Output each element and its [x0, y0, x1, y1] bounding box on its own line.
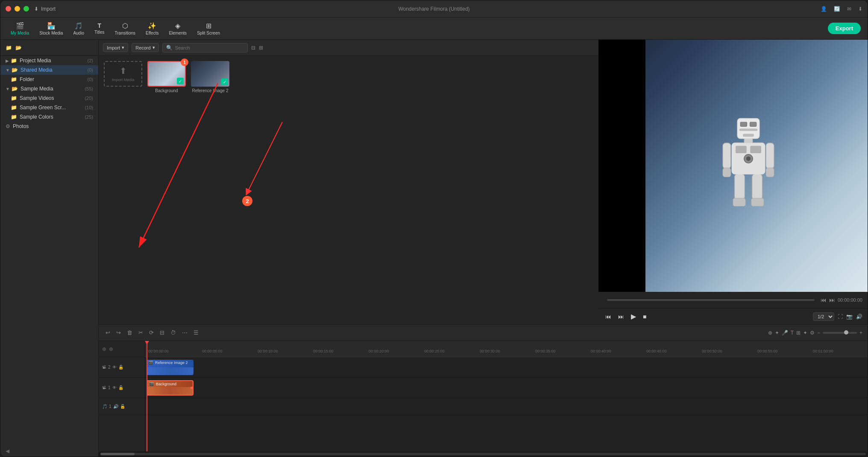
background-clip[interactable]: 🎬 Background	[147, 380, 194, 396]
crop-button[interactable]: ⟳	[147, 329, 155, 337]
step-back-button[interactable]: ⏮	[604, 312, 613, 321]
timeline-scrollbar[interactable]	[99, 451, 868, 457]
frame-step-icon[interactable]: ⏭	[829, 297, 835, 303]
check-mark: ✓	[177, 78, 184, 84]
sidebar-item-folder[interactable]: 📁 Folder (0)	[0, 75, 98, 84]
message-icon[interactable]: ✉	[847, 6, 851, 12]
new-folder-icon[interactable]: 📂	[15, 45, 22, 51]
redo-button[interactable]: ↪	[114, 329, 123, 337]
scrollbar-thumb[interactable]	[100, 453, 135, 455]
preview-controls: ⏮ ⏭ 00:00:00:00	[598, 292, 868, 308]
download-icon[interactable]: ⬇	[858, 6, 862, 12]
toolbar: 🎬 My Media 🏪 Stock Media 🎵 Audio T Title…	[0, 17, 868, 40]
toolbar-stock-media[interactable]: 🏪 Stock Media	[36, 20, 66, 37]
frame-back-button[interactable]: ⏭	[616, 312, 626, 321]
toolbar-audio[interactable]: 🎵 Audio	[70, 20, 88, 37]
audio-icon: 🎵	[74, 22, 83, 30]
track2-lock-icon[interactable]: 🔓	[118, 365, 123, 370]
track1-eye-icon[interactable]: 👁	[112, 385, 117, 390]
sidebar-item-sample-media[interactable]: ▼ 📂 Sample Media (55)	[0, 84, 98, 93]
background-item[interactable]: 1 ✓ Background	[147, 61, 186, 93]
toolbar-effects[interactable]: ✨ Effects	[142, 20, 162, 37]
svg-rect-4	[740, 122, 747, 126]
mirror-button[interactable]: ⊟	[158, 329, 166, 337]
add-audio-track-icon[interactable]: ⊕	[109, 346, 113, 352]
quality-select[interactable]: 1/2	[813, 312, 834, 321]
toolbar-transitions[interactable]: ⬡ Transitions	[111, 20, 139, 37]
zoom-slider[interactable]	[823, 332, 857, 334]
reference-image-item[interactable]: ✓ Reference Image 2	[191, 61, 229, 93]
record-dropdown-icon: ▾	[152, 45, 155, 50]
fullscreen-icon[interactable]: ⛶	[838, 314, 843, 320]
export-button[interactable]: Export	[828, 23, 861, 34]
undo-button[interactable]: ↩	[104, 329, 112, 337]
toolbar-my-media[interactable]: 🎬 My Media	[7, 20, 32, 37]
track2-area[interactable]: 🎬 Reference Image 2	[145, 357, 868, 378]
reference-clip[interactable]: 🎬 Reference Image 2	[147, 360, 194, 375]
stop-button[interactable]: ■	[641, 312, 648, 321]
search-input[interactable]	[175, 45, 244, 50]
clip-speed-button[interactable]: ⏱	[169, 329, 178, 337]
mic-icon[interactable]: 🎤	[782, 330, 788, 336]
record-button[interactable]: Record ▾	[132, 43, 158, 52]
svg-rect-17	[766, 168, 774, 177]
sidebar-item-sample-videos[interactable]: 📁 Sample Videos (20)	[0, 93, 98, 103]
chevron-expand2-icon: ▼	[6, 87, 10, 91]
import-media-item[interactable]: ⬆ Import Media	[104, 61, 142, 93]
audio-lock-icon[interactable]: 🔓	[120, 404, 125, 409]
user-icon[interactable]: 👤	[821, 6, 827, 12]
track1-area[interactable]: 🎬 Background	[145, 378, 868, 398]
more-button[interactable]: ⋯	[180, 329, 189, 337]
volume-icon[interactable]: 🔊	[856, 314, 862, 320]
add-folder-icon[interactable]: 📁	[6, 45, 12, 51]
sidebar-item-shared-media[interactable]: ▼ 📂 Shared Media (0)	[0, 65, 98, 75]
delete-button[interactable]: 🗑	[125, 329, 134, 337]
svg-rect-5	[750, 122, 756, 126]
sidebar-item-sample-green[interactable]: 📁 Sample Green Scr... (10)	[0, 103, 98, 112]
audio-label: 🎵 1 🔊 🔓	[99, 398, 144, 415]
zoom-out-icon[interactable]: −	[817, 330, 820, 336]
toolbar-titles[interactable]: T Titles	[91, 20, 108, 36]
preview-panel: ⏮ ⏭ 00:00:00:00 ⏮ ⏭ ▶ ■ 1/2	[598, 40, 868, 324]
audio-area[interactable]	[145, 398, 868, 415]
track2-eye-icon[interactable]: 👁	[112, 365, 117, 370]
title-icon[interactable]: T	[791, 330, 794, 336]
track1-lock-icon[interactable]: 🔓	[118, 385, 123, 390]
timeline-toolbar: ↩ ↪ 🗑 ✂ ⟳ ⊟ ⏱ ⋯ ☰ ⊕ ✦ 🎤 T ⊞ ✦	[99, 325, 868, 341]
svg-rect-11	[750, 146, 761, 153]
refresh-icon[interactable]: 🔄	[834, 6, 840, 12]
motion-track-icon[interactable]: ⊕	[768, 330, 772, 336]
toolbar-split-screen[interactable]: ⊞ Split Screen	[194, 20, 223, 37]
collapse-icon[interactable]: ◀	[6, 448, 9, 454]
timeline-scrubber[interactable]	[607, 299, 815, 301]
minimize-button[interactable]	[15, 6, 20, 12]
audio-volume-icon[interactable]: 🔊	[113, 404, 118, 409]
sidebar-item-project-media[interactable]: ▶ 📁 Project Media (2)	[0, 56, 98, 65]
window-title: Wondershare Filmora (Untitled)	[398, 6, 469, 12]
timeline-content: ⊕ ⊕ 📽 2 👁 🔓 📽 1	[99, 341, 868, 451]
sidebar-item-photos[interactable]: ⚙ Photos	[0, 122, 98, 131]
ai-icon[interactable]: ✦	[775, 330, 779, 336]
background-thumb: ✓	[147, 61, 186, 87]
cut-button[interactable]: ✂	[137, 329, 145, 337]
play-button[interactable]: ▶	[629, 311, 638, 321]
sidebar-item-sample-colors[interactable]: 📁 Sample Colors (25)	[0, 112, 98, 122]
timeline: ↩ ↪ 🗑 ✂ ⟳ ⊟ ⏱ ⋯ ☰ ⊕ ✦ 🎤 T ⊞ ✦	[99, 324, 868, 457]
toolbar-elements[interactable]: ◈ Elements	[165, 20, 190, 37]
camera-icon[interactable]: 📷	[846, 314, 853, 320]
add-video-track-icon[interactable]: ⊕	[102, 346, 106, 352]
title-bar: ⬇ Import Wondershare Filmora (Untitled) …	[0, 0, 868, 17]
search-box: 🔍	[162, 43, 248, 52]
zoom-in-icon[interactable]: +	[859, 330, 862, 336]
titles-icon: T	[97, 22, 101, 29]
import-button[interactable]: Import ▾	[103, 43, 128, 52]
filter-icon[interactable]: ⊟	[251, 45, 255, 51]
step-back-icon[interactable]: ⏮	[821, 297, 827, 303]
grid-icon[interactable]: ⊞	[259, 45, 263, 51]
transition2-icon[interactable]: ⊞	[796, 330, 801, 336]
effect2-icon[interactable]: ✦	[803, 330, 807, 336]
align-button[interactable]: ☰	[192, 329, 200, 337]
close-button[interactable]	[6, 6, 11, 12]
maximize-button[interactable]	[23, 6, 29, 12]
settings-icon[interactable]: ⚙	[810, 330, 815, 336]
